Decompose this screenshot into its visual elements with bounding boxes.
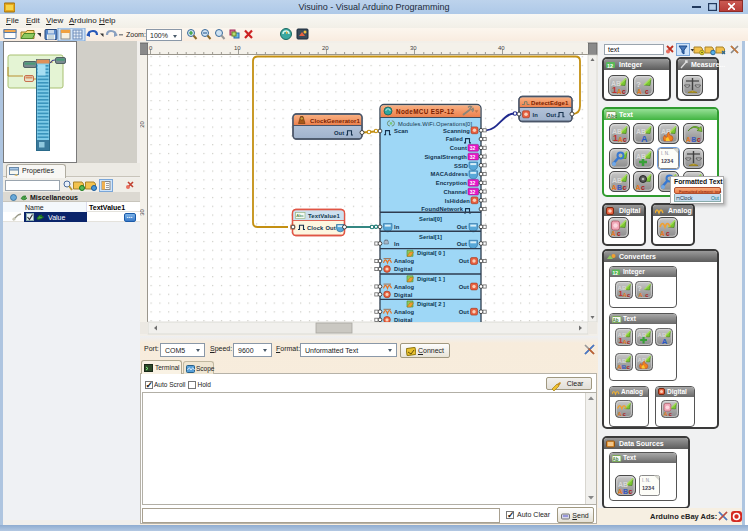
svg-text:Out: Out [457, 241, 467, 247]
svg-text:Digital: Digital [394, 266, 413, 272]
svg-text:Modules.WiFi.Operations[0]: Modules.WiFi.Operations[0] [398, 121, 472, 127]
svg-text:20: 20 [322, 45, 329, 51]
svg-text:30: 30 [140, 209, 145, 216]
svg-text:ClockGenerator1: ClockGenerator1 [310, 118, 360, 124]
svg-text:12: 12 [613, 269, 619, 275]
svg-text:Out: Out [459, 309, 469, 315]
svg-text:MACAddress: MACAddress [431, 171, 468, 177]
svg-text:Digital: Digital [394, 292, 413, 298]
svg-text:SSID: SSID [454, 163, 468, 169]
svg-text:Out: Out [459, 284, 469, 290]
svg-text:Scan: Scan [394, 128, 409, 134]
svg-text:Scanning: Scanning [443, 128, 470, 134]
svg-text:Out: Out [457, 224, 467, 230]
svg-text:Digital[ 0 ]: Digital[ 0 ] [417, 250, 445, 256]
svg-text:20: 20 [140, 121, 145, 128]
svg-text:Encryption: Encryption [436, 180, 468, 186]
svg-text:TextValue1: TextValue1 [308, 213, 340, 219]
svg-text:NodeMCU ESP-12: NodeMCU ESP-12 [396, 108, 455, 115]
svg-text:Ab: Ab [613, 456, 619, 461]
svg-text:FoundNetwork: FoundNetwork [421, 206, 463, 212]
svg-text:Analog: Analog [394, 258, 415, 264]
svg-text:10: 10 [234, 45, 241, 51]
svg-text:Failed: Failed [446, 136, 464, 142]
svg-text:Analog: Analog [394, 309, 415, 315]
svg-text:Serial[1]: Serial[1] [419, 234, 442, 240]
svg-text:IsHidden: IsHidden [445, 198, 471, 204]
svg-text:12: 12 [607, 62, 613, 68]
svg-text:Ab: Ab [613, 317, 619, 322]
svg-text:32: 32 [470, 189, 476, 195]
svg-text:Digital[ 1 ]: Digital[ 1 ] [417, 276, 445, 282]
svg-text:Out: Out [326, 225, 336, 231]
svg-text:Count: Count [450, 145, 467, 151]
svg-text:In: In [394, 224, 400, 230]
svg-text:Out: Out [334, 130, 344, 136]
svg-text:Digital[ 2 ]: Digital[ 2 ] [417, 301, 445, 307]
svg-text:DetectEdge1: DetectEdge1 [531, 100, 569, 106]
svg-text:Analog: Analog [394, 284, 415, 290]
svg-text:SignalStrength: SignalStrength [424, 154, 467, 160]
svg-text:40: 40 [498, 45, 505, 51]
svg-text:In: In [394, 241, 400, 247]
svg-text:Abc: Abc [607, 112, 617, 118]
svg-text:Out: Out [459, 258, 469, 264]
svg-text:Abc: Abc [296, 213, 304, 218]
svg-text:32: 32 [470, 180, 476, 186]
svg-text:Clock: Clock [307, 225, 324, 231]
svg-text:In: In [533, 112, 539, 118]
svg-text:Serial[0]: Serial[0] [419, 216, 442, 222]
svg-text:Channel: Channel [443, 189, 467, 195]
svg-text:32: 32 [470, 154, 476, 160]
svg-text:32: 32 [470, 145, 476, 151]
svg-text:Out: Out [546, 112, 556, 118]
svg-text:30: 30 [410, 45, 417, 51]
